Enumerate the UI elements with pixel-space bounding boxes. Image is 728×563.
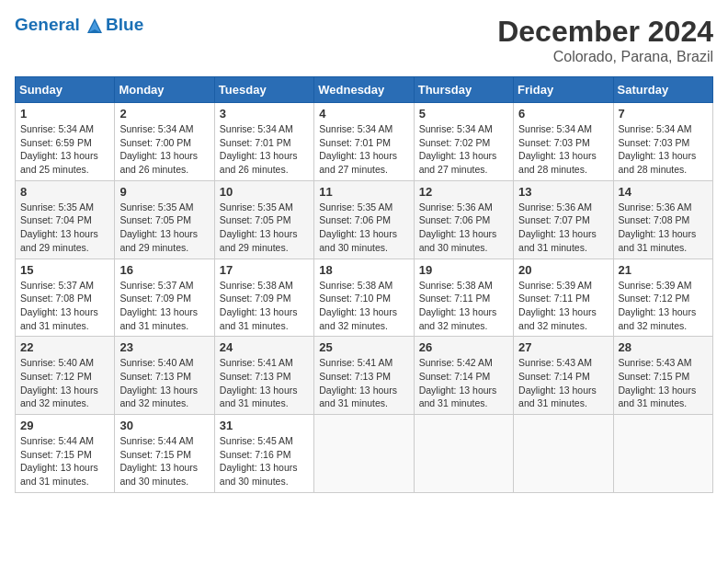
calendar-cell: 12Sunrise: 5:36 AM Sunset: 7:06 PM Dayli…	[414, 180, 513, 259]
day-number: 25	[319, 340, 408, 354]
day-number: 7	[619, 107, 708, 121]
day-number: 14	[619, 185, 708, 199]
page-header: General Blue December 2024 Colorado, Par…	[15, 15, 713, 65]
calendar-cell: 16Sunrise: 5:37 AM Sunset: 7:09 PM Dayli…	[115, 259, 214, 337]
day-number: 24	[220, 340, 309, 354]
day-info: Sunrise: 5:43 AM Sunset: 7:14 PM Dayligh…	[518, 356, 608, 410]
day-info: Sunrise: 5:34 AM Sunset: 7:01 PM Dayligh…	[319, 122, 408, 177]
calendar-cell: 30Sunrise: 5:44 AM Sunset: 7:15 PM Dayli…	[115, 415, 214, 493]
day-number: 15	[20, 263, 109, 277]
day-info: Sunrise: 5:39 AM Sunset: 7:11 PM Dayligh…	[518, 279, 608, 333]
day-info: Sunrise: 5:34 AM Sunset: 7:00 PM Dayligh…	[119, 122, 209, 177]
day-number: 26	[419, 340, 508, 354]
calendar-week-2: 8Sunrise: 5:35 AM Sunset: 7:04 PM Daylig…	[16, 180, 713, 259]
calendar-header-row: SundayMondayTuesdayWednesdayThursdayFrid…	[16, 77, 713, 103]
calendar-cell: 2Sunrise: 5:34 AM Sunset: 7:00 PM Daylig…	[115, 103, 214, 181]
calendar-cell	[314, 415, 414, 493]
calendar-cell: 24Sunrise: 5:41 AM Sunset: 7:13 PM Dayli…	[214, 337, 313, 415]
month-title: December 2024	[497, 15, 713, 49]
calendar-cell: 21Sunrise: 5:39 AM Sunset: 7:12 PM Dayli…	[613, 259, 712, 337]
day-number: 30	[119, 419, 209, 432]
calendar-cell: 5Sunrise: 5:34 AM Sunset: 7:02 PM Daylig…	[414, 103, 513, 181]
calendar-cell: 7Sunrise: 5:34 AM Sunset: 7:03 PM Daylig…	[613, 103, 712, 181]
calendar-week-4: 22Sunrise: 5:40 AM Sunset: 7:12 PM Dayli…	[16, 337, 713, 415]
day-number: 4	[319, 107, 408, 121]
day-info: Sunrise: 5:34 AM Sunset: 6:59 PM Dayligh…	[20, 122, 109, 177]
day-number: 16	[119, 263, 209, 277]
calendar-cell: 28Sunrise: 5:43 AM Sunset: 7:15 PM Dayli…	[613, 337, 712, 415]
calendar-cell: 13Sunrise: 5:36 AM Sunset: 7:07 PM Dayli…	[514, 180, 613, 259]
day-number: 8	[20, 185, 109, 199]
day-info: Sunrise: 5:38 AM Sunset: 7:10 PM Dayligh…	[319, 279, 408, 333]
day-info: Sunrise: 5:36 AM Sunset: 7:07 PM Dayligh…	[518, 201, 608, 255]
day-number: 13	[518, 185, 608, 199]
day-info: Sunrise: 5:35 AM Sunset: 7:06 PM Dayligh…	[319, 201, 408, 255]
header-day-saturday: Saturday	[613, 77, 712, 103]
calendar-cell: 20Sunrise: 5:39 AM Sunset: 7:11 PM Dayli…	[514, 259, 613, 337]
calendar-cell: 29Sunrise: 5:44 AM Sunset: 7:15 PM Dayli…	[16, 415, 115, 493]
calendar-cell: 18Sunrise: 5:38 AM Sunset: 7:10 PM Dayli…	[314, 259, 414, 337]
header-day-monday: Monday	[115, 77, 214, 103]
day-info: Sunrise: 5:34 AM Sunset: 7:03 PM Dayligh…	[518, 122, 608, 177]
day-number: 1	[20, 107, 109, 121]
calendar-week-3: 15Sunrise: 5:37 AM Sunset: 7:08 PM Dayli…	[16, 259, 713, 337]
day-info: Sunrise: 5:41 AM Sunset: 7:13 PM Dayligh…	[220, 356, 309, 410]
day-info: Sunrise: 5:44 AM Sunset: 7:15 PM Dayligh…	[20, 434, 109, 488]
calendar-cell: 8Sunrise: 5:35 AM Sunset: 7:04 PM Daylig…	[16, 180, 115, 259]
day-number: 3	[220, 107, 309, 121]
calendar-cell: 27Sunrise: 5:43 AM Sunset: 7:14 PM Dayli…	[514, 337, 613, 415]
day-number: 28	[619, 340, 708, 354]
logo: General Blue	[15, 15, 143, 35]
day-info: Sunrise: 5:34 AM Sunset: 7:02 PM Dayligh…	[419, 122, 508, 177]
calendar-cell	[613, 415, 712, 493]
header-day-thursday: Thursday	[414, 77, 513, 103]
day-number: 23	[119, 340, 209, 354]
day-number: 18	[319, 263, 408, 277]
day-info: Sunrise: 5:45 AM Sunset: 7:16 PM Dayligh…	[220, 434, 309, 488]
calendar-cell: 14Sunrise: 5:36 AM Sunset: 7:08 PM Dayli…	[613, 180, 712, 259]
header-day-wednesday: Wednesday	[314, 77, 414, 103]
calendar-cell: 22Sunrise: 5:40 AM Sunset: 7:12 PM Dayli…	[16, 337, 115, 415]
title-section: December 2024 Colorado, Parana, Brazil	[497, 15, 713, 65]
day-number: 5	[419, 107, 508, 121]
logo-general: General	[15, 15, 80, 34]
calendar-cell: 19Sunrise: 5:38 AM Sunset: 7:11 PM Dayli…	[414, 259, 513, 337]
day-number: 17	[220, 263, 309, 277]
day-info: Sunrise: 5:35 AM Sunset: 7:04 PM Dayligh…	[20, 201, 109, 255]
day-info: Sunrise: 5:36 AM Sunset: 7:06 PM Dayligh…	[419, 201, 508, 255]
calendar-cell: 10Sunrise: 5:35 AM Sunset: 7:05 PM Dayli…	[214, 180, 313, 259]
day-info: Sunrise: 5:40 AM Sunset: 7:12 PM Dayligh…	[20, 356, 109, 410]
day-info: Sunrise: 5:35 AM Sunset: 7:05 PM Dayligh…	[119, 201, 209, 255]
day-info: Sunrise: 5:37 AM Sunset: 7:09 PM Dayligh…	[119, 279, 209, 333]
day-info: Sunrise: 5:38 AM Sunset: 7:11 PM Dayligh…	[419, 279, 508, 333]
calendar-cell: 11Sunrise: 5:35 AM Sunset: 7:06 PM Dayli…	[314, 180, 414, 259]
location-title: Colorado, Parana, Brazil	[497, 49, 713, 65]
day-info: Sunrise: 5:34 AM Sunset: 7:03 PM Dayligh…	[619, 122, 708, 177]
day-info: Sunrise: 5:34 AM Sunset: 7:01 PM Dayligh…	[220, 122, 309, 177]
header-day-sunday: Sunday	[16, 77, 115, 103]
day-number: 19	[419, 263, 508, 277]
day-number: 6	[518, 107, 608, 121]
day-number: 12	[419, 185, 508, 199]
day-info: Sunrise: 5:35 AM Sunset: 7:05 PM Dayligh…	[220, 201, 309, 255]
day-info: Sunrise: 5:37 AM Sunset: 7:08 PM Dayligh…	[20, 279, 109, 333]
day-number: 11	[319, 185, 408, 199]
header-day-tuesday: Tuesday	[214, 77, 313, 103]
day-info: Sunrise: 5:44 AM Sunset: 7:15 PM Dayligh…	[119, 434, 209, 488]
day-info: Sunrise: 5:36 AM Sunset: 7:08 PM Dayligh…	[619, 201, 708, 255]
day-number: 9	[119, 185, 209, 199]
calendar-cell: 3Sunrise: 5:34 AM Sunset: 7:01 PM Daylig…	[214, 103, 313, 181]
calendar-cell: 1Sunrise: 5:34 AM Sunset: 6:59 PM Daylig…	[16, 103, 115, 181]
calendar-table: SundayMondayTuesdayWednesdayThursdayFrid…	[15, 76, 713, 493]
calendar-cell	[414, 415, 513, 493]
day-number: 31	[220, 419, 309, 432]
day-number: 22	[20, 340, 109, 354]
day-info: Sunrise: 5:41 AM Sunset: 7:13 PM Dayligh…	[319, 356, 408, 410]
day-info: Sunrise: 5:38 AM Sunset: 7:09 PM Dayligh…	[220, 279, 309, 333]
calendar-cell: 26Sunrise: 5:42 AM Sunset: 7:14 PM Dayli…	[414, 337, 513, 415]
calendar-cell: 9Sunrise: 5:35 AM Sunset: 7:05 PM Daylig…	[115, 180, 214, 259]
calendar-week-1: 1Sunrise: 5:34 AM Sunset: 6:59 PM Daylig…	[16, 103, 713, 181]
day-info: Sunrise: 5:42 AM Sunset: 7:14 PM Dayligh…	[419, 356, 508, 410]
day-number: 20	[518, 263, 608, 277]
calendar-week-5: 29Sunrise: 5:44 AM Sunset: 7:15 PM Dayli…	[16, 415, 713, 493]
